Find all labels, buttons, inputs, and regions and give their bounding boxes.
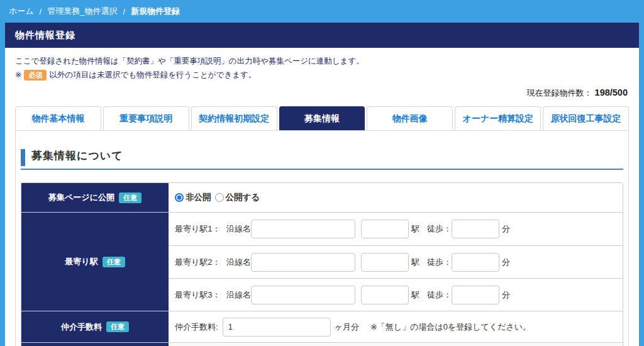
- line-name-label-2: 沿線名: [226, 257, 251, 268]
- brokerage-fee-input[interactable]: [223, 318, 331, 337]
- optional-badge: 任意: [106, 321, 129, 332]
- line-name-label-1: 沿線名: [226, 223, 251, 235]
- station-2-label: 最寄り駅2：: [175, 257, 226, 268]
- station-suffix-2: 駅: [411, 257, 419, 268]
- walk-suffix-1: 分: [502, 223, 510, 235]
- publish-label-text: 募集ページに公開: [48, 192, 114, 203]
- count-label: 現在登録物件数：: [527, 88, 592, 98]
- tab-content-recruitment-info: 募集情報について 募集ページに公開 任意 非公開: [15, 130, 629, 346]
- walk-label-2: 徒歩：: [427, 257, 452, 268]
- tab-bar: 物件基本情報 重要事項説明 契約情報初期設定 募集情報 物件画像 オーナー精算設…: [15, 106, 629, 130]
- nearest-station-row: 最寄り駅 任意 最寄り駅1： 沿線名 駅 徒歩： 分: [21, 212, 623, 311]
- station-suffix-1: 駅: [411, 223, 419, 235]
- nearest-station-row-label: 最寄り駅 任意: [21, 213, 169, 311]
- line-name-input-3[interactable]: [251, 286, 355, 304]
- brokerage-fee-row-label: 仲介手数料 任意: [21, 311, 169, 342]
- walk-suffix-2: 分: [502, 257, 510, 268]
- station-row-2: 最寄り駅2： 沿線名 駅 徒歩： 分: [169, 245, 623, 278]
- intro-line-2: ※ 必須 以外の項目は未選択でも物件登録を行うことができます。: [15, 69, 629, 81]
- section-title: 募集情報について: [21, 148, 623, 170]
- tab-contract-initial-settings[interactable]: 契約情報初期設定: [191, 106, 277, 130]
- section-title-text: 募集情報について: [31, 148, 123, 163]
- next-row-label: [21, 343, 169, 346]
- walk-minutes-input-3[interactable]: [452, 286, 499, 304]
- line-name-input-1[interactable]: [251, 220, 355, 238]
- line-name-input-2[interactable]: [251, 253, 355, 272]
- tab-property-basic-info[interactable]: 物件基本情報: [15, 106, 101, 130]
- count-value: 198/500: [595, 87, 628, 98]
- section-accent-bar: [21, 149, 25, 166]
- radio-private[interactable]: 非公開: [175, 192, 211, 203]
- property-registration-panel: 物件情報登録 ここで登録された物件情報は「契約書」や「重要事項説明」の出力時や募…: [5, 23, 639, 346]
- nearest-station-label-text: 最寄り駅: [65, 256, 97, 267]
- publish-row-value: 非公開 公開する: [169, 183, 623, 212]
- station-row-3: 最寄り駅3： 沿線名 駅 徒歩： 分: [169, 278, 623, 311]
- optional-badge: 任意: [103, 257, 125, 267]
- next-row-value: [169, 343, 623, 346]
- brokerage-fee-label-text: 仲介手数料: [61, 321, 102, 333]
- walk-minutes-input-1[interactable]: [452, 220, 499, 238]
- intro-line-1: ここで登録された物件情報は「契約書」や「重要事項説明」の出力時や募集ページに連動…: [15, 55, 629, 67]
- breadcrumb-property-select[interactable]: 管理業務_物件選択: [47, 6, 117, 17]
- radio-public[interactable]: 公開する: [215, 192, 260, 203]
- station-name-input-3[interactable]: [361, 286, 409, 304]
- walk-label-3: 徒歩：: [427, 289, 452, 301]
- tab-recruitment-info[interactable]: 募集情報: [279, 106, 365, 130]
- brokerage-fee-field-label: 仲介手数料:: [175, 321, 218, 333]
- station-3-label: 最寄り駅3：: [175, 289, 226, 301]
- breadcrumb: ホーム / 管理業務_物件選択 / 新規物件登録: [0, 0, 644, 23]
- fee-suffix: ヶ月分: [335, 321, 359, 333]
- radio-private-label[interactable]: 非公開: [186, 192, 211, 203]
- asterisk: ※: [15, 69, 21, 81]
- line-name-label-3: 沿線名: [226, 289, 251, 301]
- walk-label-1: 徒歩：: [427, 223, 452, 235]
- page-title: 物件情報登録: [5, 23, 639, 48]
- station-name-input-1[interactable]: [361, 220, 409, 238]
- nearest-station-subrows: 最寄り駅1： 沿線名 駅 徒歩： 分 最寄り駅2： 沿線名: [169, 213, 623, 311]
- tab-property-images[interactable]: 物件画像: [367, 106, 453, 130]
- next-form-row-cutoff: [21, 342, 623, 346]
- walk-minutes-input-2[interactable]: [452, 253, 499, 272]
- brokerage-fee-row-value: 仲介手数料: ヶ月分 ※「無し」の場合は0を登録してください。: [169, 311, 623, 342]
- station-1-label: 最寄り駅1：: [175, 223, 226, 235]
- optional-badge: 任意: [119, 193, 142, 203]
- recruitment-form-table: 募集ページに公開 任意 非公開 公開する: [21, 182, 623, 346]
- breadcrumb-separator: /: [40, 7, 42, 16]
- breadcrumb-home[interactable]: ホーム: [9, 6, 34, 17]
- breadcrumb-separator: /: [123, 7, 125, 16]
- tab-owner-settlement-settings[interactable]: オーナー精算設定: [455, 106, 541, 130]
- fee-note: ※「無し」の場合は0を登録してください。: [370, 321, 531, 333]
- station-row-1: 最寄り駅1： 沿線名 駅 徒歩： 分: [169, 213, 623, 245]
- required-badge: 必須: [24, 70, 47, 81]
- radio-public-label[interactable]: 公開する: [226, 192, 260, 203]
- publish-row: 募集ページに公開 任意 非公開 公開する: [21, 183, 623, 212]
- registered-property-count: 現在登録物件数：198/500: [15, 87, 628, 99]
- brokerage-fee-row: 仲介手数料 任意 仲介手数料: ヶ月分 ※「無し」の場合は0を登録してください。: [21, 311, 623, 342]
- breadcrumb-new-property-registration: 新規物件登録: [131, 6, 180, 17]
- publish-row-label: 募集ページに公開 任意: [21, 183, 169, 212]
- walk-suffix-3: 分: [502, 289, 510, 301]
- intro-text: ここで登録された物件情報は「契約書」や「重要事項説明」の出力時や募集ページに連動…: [15, 55, 629, 81]
- radio-public-circle[interactable]: [215, 193, 224, 202]
- station-name-input-2[interactable]: [361, 253, 409, 272]
- radio-private-circle[interactable]: [175, 193, 184, 202]
- intro-line-2-text: 以外の項目は未選択でも物件登録を行うことができます。: [49, 69, 256, 81]
- tab-restoration-work-settings[interactable]: 原状回復工事設定: [543, 106, 629, 130]
- station-suffix-3: 駅: [411, 289, 419, 301]
- tab-important-matters[interactable]: 重要事項説明: [103, 106, 189, 130]
